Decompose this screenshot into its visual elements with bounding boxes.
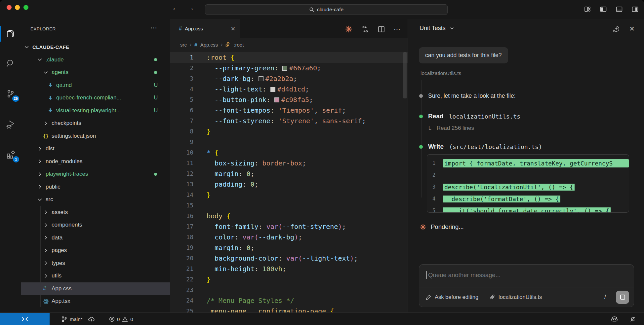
tree-item-settings-local-json[interactable]: {}settings.local.json [21,130,170,143]
source-control-icon[interactable]: 25 [0,86,21,102]
close-window-button[interactable] [7,5,12,10]
branch-status[interactable]: main* [61,313,95,325]
code-line-24[interactable]: 24/* Menu Page Styles */ [170,295,408,306]
message-composer[interactable]: Queue another message... Ask before edit… [419,264,634,307]
code-line-2[interactable]: 2 --primary-green: #667a60; [170,63,408,73]
chat-title-dropdown[interactable]: Unit Tests [420,25,454,32]
remote-indicator[interactable] [0,313,50,325]
tree-item-claude[interactable]: .claude [21,54,170,66]
line-content [193,137,207,147]
code-line-19[interactable]: 19 margin: 0; [170,242,408,253]
tree-item-app-css[interactable]: #App.css [21,282,170,295]
tree-item-data[interactable]: data [21,232,170,244]
read-tool-call[interactable]: Read localizationUtils.ts [419,113,520,120]
tree-item-claude-cafe[interactable]: CLAUDE-CAFE [21,41,170,54]
tree-item-label: checkpoints [52,120,81,126]
zoom-window-button[interactable] [23,5,28,10]
code-line-13[interactable]: 13 padding: 0; [170,179,408,190]
code-line-5[interactable]: 5 --button-pink: #c98fa5; [170,94,408,105]
extensions-icon[interactable]: 1 [0,147,21,162]
code-line-18[interactable]: 18 color: var(--dark-bg); [170,232,408,242]
tree-item-playwright-traces[interactable]: playwright-traces [21,168,170,181]
code-line-14[interactable]: 14} [170,190,408,200]
composer-input[interactable]: Queue another message... [426,271,501,279]
code-editor[interactable]: 1:root {2 --primary-green: #667a60;3 --d… [170,52,408,312]
back-arrow-icon[interactable]: ← [171,4,181,12]
code-line-20[interactable]: 20 background-color: var(--light-text); [170,253,408,264]
tree-item-checkpoints[interactable]: checkpoints [21,117,170,130]
editor-scrollbar[interactable] [403,52,407,98]
new-chat-icon[interactable] [613,25,620,32]
customize-layout-icon[interactable] [584,6,591,13]
claude-run-icon[interactable] [345,25,353,33]
breadcrumb[interactable]: src › # App.css › :root [170,38,408,51]
code-line-17[interactable]: 17 font-family: var(--font-styrene); [170,221,408,232]
tree-item-public[interactable]: public [21,181,170,194]
close-panel-icon[interactable]: ✕ [629,25,635,33]
tree-item-visual-testing-playwright[interactable]: visual-testing-playwright...U [21,104,170,117]
tree-item-dist[interactable]: dist [21,142,170,155]
open-changes-icon[interactable] [361,25,369,33]
color-swatch[interactable] [270,87,275,92]
code-line-4[interactable]: 4 --light-text: #d4d1cd; [170,84,408,94]
tree-item-components[interactable]: components [21,219,170,232]
run-debug-icon[interactable] [0,116,21,132]
problems-status[interactable]: 0 0 [109,313,133,325]
tab-app-css[interactable]: # App.css ✕ [170,19,240,38]
tree-item-app-tsx[interactable]: App.tsx [21,295,170,308]
command-center-search[interactable]: claude-cafe [205,4,448,15]
code-line-11[interactable]: 11 box-sizing: border-box; [170,158,408,168]
sync-cloud-icon[interactable] [88,316,95,322]
notifications-muted-icon[interactable] [629,316,636,322]
attachment-chip[interactable]: localizationUtils.ts [499,294,542,300]
code-line-7[interactable]: 7 --font-styrene: 'Styrene', sans-serif; [170,116,408,126]
code-line-12[interactable]: 12 margin: 0; [170,168,408,179]
code-line-25[interactable]: 25.menu-page, .confirmation-page { [170,306,408,312]
code-line-3[interactable]: 3 --dark-bg: #2a2b2a; [170,73,408,84]
breadcrumb-file[interactable]: App.css [200,42,218,48]
split-editor-icon[interactable] [378,25,385,33]
explorer-icon[interactable] [0,26,21,42]
toggle-panel-icon[interactable] [616,6,623,13]
tree-item-assets[interactable]: assets [21,206,170,219]
code-line-22[interactable]: 22} [170,274,408,285]
diff-code-block[interactable]: 1import { formatDate, translateKey, getC… [427,154,629,213]
tree-item-quebec-french-complian[interactable]: quebec-french-complian...U [21,91,170,104]
slash-command-hint[interactable]: / [604,294,606,301]
tree-item-pages[interactable]: pages [21,244,170,257]
breadcrumb-src[interactable]: src [180,42,187,48]
code-line-10[interactable]: 10* { [170,147,408,158]
toggle-left-sidebar-icon[interactable] [600,6,607,13]
color-swatch[interactable] [274,97,279,102]
code-line-15[interactable]: 15 [170,200,408,211]
breadcrumb-symbol[interactable]: :root [234,42,244,48]
permission-mode-selector[interactable]: Ask before editing [435,294,478,300]
color-swatch[interactable] [259,76,263,81]
color-swatch[interactable] [282,66,287,71]
code-line-23[interactable]: 23 [170,285,408,295]
code-line-1[interactable]: 1:root { [170,52,408,63]
code-line-6[interactable]: 6 --font-tiempos: 'Tiempos', serif; [170,105,408,116]
tree-item-qa-md[interactable]: qa.mdU [21,79,170,92]
forward-arrow-icon[interactable]: → [186,4,196,12]
context-file-label[interactable]: localizationUtils.ts [421,70,461,76]
close-tab-icon[interactable]: ✕ [231,25,235,32]
code-line-21[interactable]: 21 min-height: 100vh; [170,264,408,274]
tree-item-src[interactable]: src [21,193,170,206]
code-line-16[interactable]: 16body { [170,211,408,221]
more-actions-icon[interactable]: ⋯ [394,25,400,33]
code-line-9[interactable]: 9 [170,137,408,147]
stop-button[interactable] [616,291,629,304]
tree-item-types[interactable]: types [21,257,170,270]
code-line-8[interactable]: 8} [170,126,408,137]
minimize-window-button[interactable] [15,5,20,10]
toggle-right-sidebar-icon[interactable] [631,6,639,13]
write-tool-call[interactable]: Write (src/test/localization.ts) [419,143,542,150]
chevron-right-icon [37,146,45,152]
explorer-more-actions-icon[interactable]: ⋯ [150,24,158,32]
tree-item-agents[interactable]: agents [21,66,170,79]
tree-item-node-modules[interactable]: node_modules [21,155,170,168]
search-view-icon[interactable] [0,55,21,71]
tree-item-utils[interactable]: utils [21,270,170,282]
copilot-icon[interactable] [611,316,618,322]
